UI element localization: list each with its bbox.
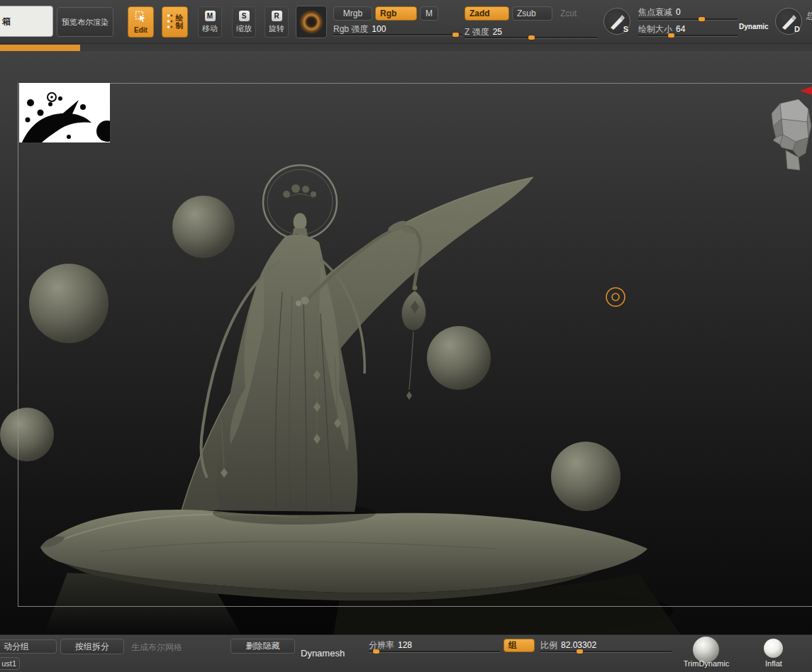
auto-groups-button[interactable]: 动分组 [0, 639, 57, 654]
focal-shift-slider[interactable] [638, 17, 738, 22]
alpha-stroke-thumbnail[interactable] [19, 83, 110, 145]
rgb-intensity-slider-handle[interactable] [452, 33, 459, 37]
rgb-intensity-slider[interactable] [333, 33, 462, 38]
rotate-icon: R [272, 11, 282, 21]
group-toggle[interactable]: 组 [504, 639, 535, 652]
dynamic-mode-label[interactable]: Dynamic [739, 23, 769, 30]
zbrush-window: 箱 预览布尔渲染 Edit [0, 0, 812, 672]
dynamesh-button[interactable]: Dynamesh [301, 648, 345, 659]
draw-size-slider-handle[interactable] [668, 33, 674, 38]
generate-boolean-mesh-disabled: 生成布尔网格 [131, 642, 182, 654]
edit-pointer-icon [135, 11, 147, 25]
draw-dots-icon [167, 13, 173, 32]
zcut-toggle-disabled: Zcut [560, 9, 577, 18]
bottom-toolbar: 动分组 ust1 按组拆分 生成布尔网格 删除隐藏 Dynamesh 分辨率12… [0, 634, 812, 672]
move-icon: M [205, 11, 216, 21]
progress-bar [0, 45, 80, 51]
preview-boolean-render-button[interactable]: 预览布尔渲染 [57, 7, 113, 37]
red-arrow-marker [800, 85, 812, 98]
inflat-brush-thumbnail[interactable] [764, 639, 783, 658]
depth-picker-button[interactable]: D [775, 8, 802, 35]
inflat-brush-label[interactable]: Inflat [758, 659, 789, 668]
m-toggle[interactable]: M [420, 6, 438, 21]
focal-shift-slider-handle[interactable] [699, 17, 705, 21]
rotate-mode-button[interactable]: R 旋转 [265, 6, 289, 38]
resolution-slider[interactable] [369, 649, 500, 654]
current-brush-name-clipped[interactable]: ust1 [0, 657, 20, 670]
brush-alpha-ring-icon [299, 10, 323, 34]
top-toolbar: 箱 预览布尔渲染 Edit [0, 0, 812, 44]
z-intensity-slider-handle[interactable] [528, 35, 535, 40]
ratio-slider[interactable] [540, 649, 672, 654]
edit-button[interactable]: Edit [128, 6, 154, 38]
split-by-group-button[interactable]: 按组拆分 [60, 639, 124, 654]
draw-size-slider[interactable] [638, 33, 738, 38]
scale-icon: S [239, 11, 250, 21]
resolution-slider-handle[interactable] [373, 649, 379, 654]
lightbox-button[interactable]: 箱 [0, 6, 53, 37]
rgb-toggle[interactable]: Rgb [375, 6, 417, 21]
sculpt-scene [0, 51, 812, 634]
ratio-slider-handle[interactable] [577, 649, 583, 654]
zsub-toggle[interactable]: Zsub [512, 6, 552, 21]
z-intensity-slider[interactable] [465, 35, 597, 40]
polymesh-head-thumbnail[interactable] [767, 98, 812, 175]
draw-mode-button[interactable]: 绘 制 [162, 6, 188, 38]
delete-hidden-button[interactable]: 删除隐藏 [230, 639, 295, 654]
trimdynamic-brush-label[interactable]: TrimDynamic [679, 659, 733, 668]
current-brush-thumbnail[interactable] [296, 6, 327, 38]
mrgb-toggle[interactable]: Mrgb [333, 6, 372, 21]
viewport-canvas[interactable] [0, 51, 812, 634]
zadd-toggle[interactable]: Zadd [465, 6, 509, 21]
clipped-right-control[interactable]: 总 [806, 10, 812, 22]
scale-mode-button[interactable]: S 缩放 [232, 6, 256, 38]
stroke-picker-button[interactable]: S [604, 8, 630, 35]
move-mode-button[interactable]: M 移动 [198, 6, 222, 38]
